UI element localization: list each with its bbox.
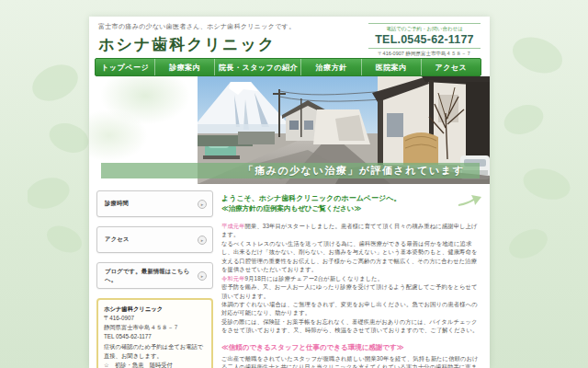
paragraph-chairs: 令和元年9月18日には診療チェアー2台が新しくなりました。 bbox=[221, 274, 482, 282]
paragraph-policy: なるべくストレスのない生活を送って頂ける為に、歯科医療ができる最善は何かを地道に… bbox=[221, 239, 482, 274]
sidebar-item-label: 診療時間 bbox=[105, 200, 129, 208]
sidebar-item-blog[interactable]: ブログです。最新情報はこちらへ。 ▸ bbox=[96, 262, 213, 289]
hero-banner: 「痛みの少ない治療」が評価されています bbox=[89, 76, 490, 184]
content-container: 富士市の痛みの少ない歯医者さん、ホシナ歯科クリニックです。 ホシナ歯科クリニック… bbox=[89, 17, 490, 368]
sidebar-item-label: ブログです。最新情報はこちらへ。 bbox=[105, 268, 198, 284]
contact-note: 症状の確認のため予約は全てお電話で直接、お聞きします。 bbox=[104, 342, 206, 361]
contact-tel: TEL 0545-62-1177 bbox=[104, 332, 206, 341]
welcome-subheading: ≪治療方針の症例案内もぜひご覧ください≫ bbox=[221, 204, 482, 213]
sidebar-item-access[interactable]: アクセス ▸ bbox=[96, 226, 213, 253]
arrow-circle-icon[interactable]: ▸ bbox=[198, 200, 207, 209]
nav-item-top[interactable]: トップページ bbox=[96, 59, 154, 75]
sidebar-item-hours[interactable]: 診療時間 ▸ bbox=[96, 190, 213, 217]
staff-thanks-heading: ≪信頼のできるスタッフと仕事のできる環境に感謝です≫ bbox=[221, 343, 482, 352]
nav-item-staff[interactable]: 院長・スタッフの紹介 bbox=[214, 59, 300, 75]
welcome-heading: ようこそ、ホシナ歯科クリニックのホームページへ。 bbox=[221, 193, 482, 203]
main-column: ようこそ、ホシナ歯科クリニックのホームページへ。 ≪治療方針の症例案内もぜひご覧… bbox=[221, 190, 482, 368]
nav-item-access[interactable]: アクセス bbox=[421, 59, 481, 75]
leaf-arrow-icon bbox=[457, 191, 482, 208]
hero-caption-bar: 「痛みの少ない治療」が評価されています bbox=[101, 163, 480, 178]
contact-postal: 〒416-0907 bbox=[104, 314, 206, 323]
paragraph-reservation: 密予防を鑑み、又、お一人お一人にゆったり診療を受けて頂けるよう配慮してご予約をと… bbox=[221, 282, 482, 300]
arrow-circle-icon[interactable]: ▸ bbox=[198, 236, 207, 245]
phone-number: TEL.0545-62-1177 bbox=[368, 33, 481, 46]
staff-text-block: ご出産で離職をされていたスタッフが復職され嬉しい開業30年を経て、気持も新たに信… bbox=[221, 354, 482, 368]
paragraph-opening: 平成元年開業、33年目がスタートしました。患者様に育てて頂く日々の積み重ねに感謝… bbox=[221, 222, 482, 239]
nav-item-services[interactable]: 診療案内 bbox=[154, 59, 214, 75]
sidebar-item-label: アクセス bbox=[105, 236, 130, 244]
contact-info-box: ホシナ歯科クリニック 〒416-0907 静岡県富士市中島４５８－７ TEL 0… bbox=[96, 298, 213, 368]
intro-text-block: 平成元年開業、33年目がスタートしました。患者様に育てて頂く日々の積み重ねに感謝… bbox=[221, 222, 482, 335]
paragraph-visit: 受診の際には、保険証・お薬手帳をお忘れなく、基礎疾患がおありの方には、バイタルチ… bbox=[221, 317, 482, 335]
sidebar: 診療時間 ▸ アクセス ▸ ブログです。最新情報はこちらへ。 ▸ ホシナ歯科クリ… bbox=[96, 190, 213, 368]
paragraph-condition: 体調のすぐれない場合は、ご無理をされず、変更をお申し出ください。急でお困りの患者… bbox=[221, 300, 482, 317]
paragraph-staff: ご出産で離職をされていたスタッフが復職され嬉しい開業30年を経て、気持も新たに信… bbox=[221, 354, 482, 368]
contact-address: 静岡県富士市中島４５８－７ bbox=[104, 323, 206, 332]
contact-reception: ☆ 初診・急患 随時受付 bbox=[104, 361, 206, 368]
site-header: 富士市の痛みの少ない歯医者さん、ホシナ歯科クリニックです。 ホシナ歯科クリニック… bbox=[89, 17, 490, 58]
header-phone-box: 電話でのご予約・お問い合わせは TEL.0545-62-1177 〒416-09… bbox=[368, 23, 481, 57]
leaf-watermark-right bbox=[501, 28, 574, 267]
era-highlight: 平成元年 bbox=[221, 223, 245, 229]
arrow-circle-icon[interactable]: ▸ bbox=[198, 271, 207, 281]
leaf-watermark-left bbox=[28, 55, 92, 258]
contact-clinic-name: ホシナ歯科クリニック bbox=[104, 305, 206, 314]
phone-label: 電話でのご予約・お問い合わせは bbox=[368, 23, 481, 32]
nav-item-policy[interactable]: 治療方針 bbox=[300, 59, 360, 75]
header-address: 〒416-0907 静岡県富士市中島４５８－７ bbox=[368, 48, 481, 57]
content-columns: 診療時間 ▸ アクセス ▸ ブログです。最新情報はこちらへ。 ▸ ホシナ歯科クリ… bbox=[89, 184, 490, 368]
main-nav: トップページ 診療案内 院長・スタッフの紹介 治療方針 医院案内 アクセス bbox=[95, 58, 481, 76]
nav-item-clinic[interactable]: 医院案内 bbox=[361, 59, 421, 75]
era-highlight: 令和元年 bbox=[221, 275, 245, 282]
